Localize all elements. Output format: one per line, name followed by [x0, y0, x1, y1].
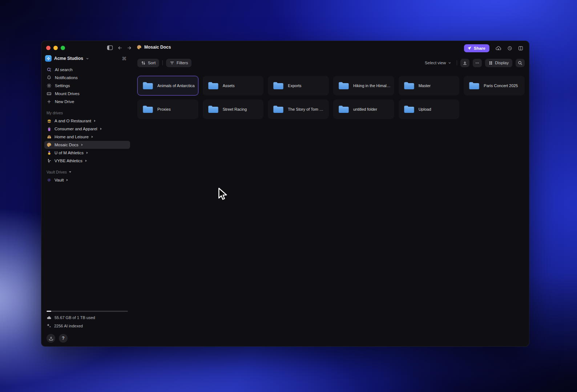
- folder-card[interactable]: Street Racing: [203, 99, 264, 119]
- folder-card[interactable]: Assets: [203, 76, 264, 95]
- command-key-icon: ⌘: [122, 56, 126, 61]
- ai-indexed-text: 2256 AI indexed: [54, 324, 83, 328]
- sidebar-footer: 55.67 GB of 1 TB used 2256 AI indexed: [41, 311, 128, 343]
- sidebar-toggle-icon[interactable]: [107, 45, 113, 50]
- ai-search-icon: [47, 67, 52, 72]
- folder-name: Proxies: [157, 107, 171, 111]
- select-view-label: Select view: [425, 61, 446, 65]
- columns-panel-icon[interactable]: [518, 46, 523, 51]
- drive-label: U of M Athletics: [55, 151, 84, 155]
- folder-name: Street Racing: [223, 107, 247, 111]
- share-button[interactable]: Share: [464, 44, 489, 52]
- drive-item[interactable]: Mosaic Docs: [44, 141, 130, 149]
- medal-icon: [47, 150, 52, 155]
- download-app-button[interactable]: [47, 334, 55, 343]
- chevron-right-icon[interactable]: [92, 136, 93, 138]
- storage-used-text: 55.67 GB of 1 TB used: [55, 315, 95, 320]
- forward-arrow-icon[interactable]: [127, 45, 132, 50]
- storage-progress-fill: [47, 311, 51, 312]
- chevron-right-icon[interactable]: [100, 128, 102, 130]
- download-button[interactable]: [460, 59, 469, 67]
- display-button-label: Display: [495, 61, 509, 65]
- chevron-right-icon[interactable]: [81, 144, 83, 146]
- display-button[interactable]: Display: [485, 59, 512, 67]
- sidebar-nav-item[interactable]: Mount Drives: [41, 90, 133, 98]
- my-drives-list: A and O Restaurant Consumer and Apparel …: [41, 117, 133, 165]
- sidebar-nav-label: Settings: [55, 83, 70, 88]
- paper-plane-icon: [467, 46, 472, 50]
- window-title-text: Mosaic Docs: [144, 45, 171, 50]
- folder-card[interactable]: Hiking in the Himala...: [333, 76, 394, 95]
- sidebar-nav-label: New Drive: [55, 99, 74, 104]
- sidebar-nav-item[interactable]: New Drive: [41, 98, 133, 106]
- search-icon: [518, 61, 522, 65]
- search-button[interactable]: [516, 59, 525, 67]
- folder-name: Animals of Antarctica: [157, 83, 195, 88]
- sort-button-label: Sort: [148, 61, 156, 65]
- folder-icon: [469, 81, 480, 90]
- filters-button-label: Filters: [177, 61, 188, 65]
- storage-progress-bar: [47, 311, 128, 312]
- vault-drives-section-label[interactable]: Vault Drives: [41, 170, 133, 174]
- chevron-right-icon[interactable]: [86, 152, 88, 154]
- sidebar-nav-item[interactable]: Settings: [41, 82, 133, 90]
- drive-item[interactable]: VYBE Athletics: [44, 157, 130, 165]
- drive-label: VYBE Athletics: [55, 159, 82, 163]
- folder-card[interactable]: The Story of Tom Yum: [268, 99, 329, 119]
- back-arrow-icon[interactable]: [117, 45, 122, 50]
- grid-view-icon: [489, 61, 493, 65]
- vault-label: Vault: [55, 178, 64, 182]
- more-options-button[interactable]: [473, 59, 482, 67]
- sidebar-nav-item[interactable]: Notifications: [41, 74, 133, 82]
- filters-button[interactable]: Filters: [166, 59, 191, 67]
- minimize-window-button[interactable]: [53, 46, 58, 50]
- zoom-window-button[interactable]: [61, 46, 65, 50]
- folder-name: Upload: [419, 107, 431, 111]
- folder-card[interactable]: Exports: [268, 76, 329, 95]
- folder-card[interactable]: Upload: [399, 99, 460, 119]
- burger-icon: [47, 118, 52, 123]
- sidebar-nav: AI search Notifications Settings Mount D…: [41, 66, 133, 106]
- share-button-label: Share: [474, 46, 485, 50]
- folder-icon: [404, 81, 415, 90]
- drive-label: Consumer and Apparel: [55, 127, 97, 131]
- drive-item[interactable]: A and O Restaurant: [44, 117, 130, 125]
- filter-funnel-icon: [170, 61, 174, 65]
- chevron-right-icon[interactable]: [85, 160, 87, 162]
- chevron-right-icon[interactable]: [94, 120, 96, 122]
- folder-card[interactable]: Proxies: [137, 99, 198, 119]
- plus-icon: [47, 99, 52, 104]
- workspace-selector[interactable]: Acme Studios ⌘: [45, 55, 129, 62]
- folder-card[interactable]: Paris Concert 2025: [464, 76, 525, 95]
- folder-icon: [338, 105, 349, 114]
- ai-sparkle-icon: [47, 323, 51, 328]
- sidebar-nav-label: Notifications: [55, 75, 78, 80]
- window-controls: [46, 46, 65, 50]
- workspace-avatar: [45, 55, 52, 62]
- window-title: Mosaic Docs: [137, 45, 171, 50]
- folder-card[interactable]: Animals of Antarctica: [137, 76, 198, 95]
- close-window-button[interactable]: [46, 46, 51, 50]
- folder-card[interactable]: untitled folder: [333, 99, 394, 119]
- chevron-down-icon: [69, 171, 71, 173]
- drive-label: Mosaic Docs: [55, 143, 78, 147]
- drive-item[interactable]: Consumer and Apparel: [44, 125, 130, 133]
- fencer-icon: [47, 158, 52, 163]
- vault-item[interactable]: Vault: [44, 176, 130, 184]
- drive-item[interactable]: Home and Leisure: [44, 133, 130, 141]
- sidebar-nav-label: Mount Drives: [55, 91, 80, 96]
- chevron-right-icon[interactable]: [66, 179, 68, 181]
- cloud-sync-icon[interactable]: [495, 46, 501, 51]
- folder-card[interactable]: Master: [399, 76, 460, 95]
- version-history-icon[interactable]: [507, 46, 512, 51]
- folder-name: Hiking in the Himala...: [353, 83, 391, 88]
- sort-button[interactable]: Sort: [137, 59, 159, 67]
- help-button[interactable]: [59, 334, 68, 343]
- toolbar-divider: [162, 60, 163, 65]
- drive-item[interactable]: U of M Athletics: [44, 149, 130, 157]
- vault-icon: [47, 177, 52, 183]
- sidebar-nav-item[interactable]: AI search: [41, 66, 133, 74]
- folder-icon: [404, 105, 415, 114]
- select-view-dropdown[interactable]: Select view: [425, 61, 451, 65]
- bell-icon: [47, 75, 52, 80]
